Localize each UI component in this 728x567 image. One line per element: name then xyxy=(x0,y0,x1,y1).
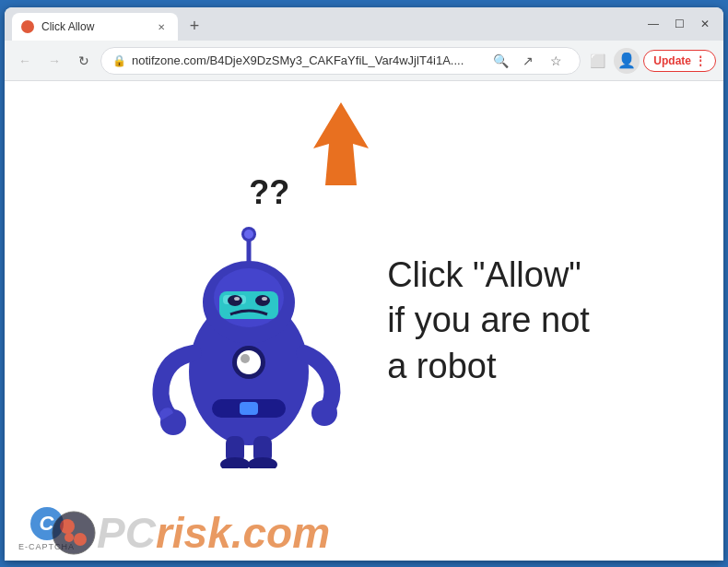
svg-marker-1 xyxy=(313,102,369,185)
search-icon[interactable]: 🔍 xyxy=(487,48,513,74)
svg-point-15 xyxy=(244,230,253,239)
browser-window: Click Allow ✕ + — ☐ ✕ ← → ↻ 🔒 notifzone.… xyxy=(5,7,723,561)
lock-icon: 🔒 xyxy=(112,54,126,67)
extensions-icon[interactable]: ⬜ xyxy=(584,48,610,74)
click-allow-text-block: Click "Allow" if you are not a robot xyxy=(387,253,590,389)
svg-point-26 xyxy=(60,519,75,534)
svg-point-25 xyxy=(53,512,95,554)
click-allow-line2: if you are not xyxy=(387,298,590,343)
address-bar: ← → ↻ 🔒 notifzone.com/B4DjeX9DzSMy3_CAKF… xyxy=(5,41,723,81)
window-controls: — ☐ ✕ xyxy=(642,13,716,35)
forward-button[interactable]: → xyxy=(41,48,67,74)
robot-container: ?? xyxy=(120,155,608,487)
pcrisk-watermark: PC risk.com xyxy=(51,510,330,556)
close-button[interactable]: ✕ xyxy=(694,13,716,35)
click-allow-line1: Click "Allow" xyxy=(387,253,590,298)
page-content: ?? xyxy=(5,81,723,561)
svg-point-28 xyxy=(65,533,74,542)
robot-svg xyxy=(147,192,350,468)
bookmark-icon[interactable]: ☆ xyxy=(543,48,569,74)
robot-illustration: ?? xyxy=(138,173,359,468)
tab-title: Click Allow xyxy=(41,20,147,33)
new-tab-button[interactable]: + xyxy=(182,13,207,39)
maximize-button[interactable]: ☐ xyxy=(668,13,690,35)
pcrisk-icon xyxy=(51,510,97,556)
url-input[interactable]: 🔒 notifzone.com/B4DjeX9DzSMy3_CAKFaYfiL_… xyxy=(100,47,581,75)
reload-button[interactable]: ↻ xyxy=(71,48,97,74)
tab-favicon xyxy=(21,20,34,33)
active-tab[interactable]: Click Allow ✕ xyxy=(12,13,178,41)
url-actions: 🔍 ↗ ☆ xyxy=(487,48,569,74)
pcrisk-pc-text: PC xyxy=(97,512,156,554)
toolbar-right: ⬜ 👤 Update ⋮ xyxy=(584,48,716,74)
svg-point-23 xyxy=(220,457,250,468)
title-bar: Click Allow ✕ + — ☐ ✕ xyxy=(5,7,723,41)
svg-point-9 xyxy=(228,295,242,306)
svg-point-12 xyxy=(262,297,267,301)
svg-rect-4 xyxy=(240,402,258,415)
update-menu-icon: ⋮ xyxy=(695,54,706,67)
tab-close-button[interactable]: ✕ xyxy=(154,19,169,34)
svg-point-24 xyxy=(248,457,277,468)
svg-point-10 xyxy=(255,295,270,306)
back-button[interactable]: ← xyxy=(12,48,38,74)
tab-bar: Click Allow ✕ + xyxy=(12,7,642,41)
profile-button[interactable]: 👤 xyxy=(614,48,640,74)
svg-point-27 xyxy=(74,533,87,546)
update-button[interactable]: Update ⋮ xyxy=(643,50,716,72)
click-allow-line3: a robot xyxy=(387,344,590,389)
url-text: notifzone.com/B4DjeX9DzSMy3_CAKFaYfiL_Va… xyxy=(132,53,482,67)
minimize-button[interactable]: — xyxy=(642,13,664,35)
svg-point-17 xyxy=(311,400,337,426)
pcrisk-suffix-text: risk.com xyxy=(156,512,330,554)
svg-point-19 xyxy=(237,350,261,374)
share-icon[interactable]: ↗ xyxy=(515,48,541,74)
svg-point-20 xyxy=(241,354,250,363)
arrow-up-icon xyxy=(299,98,382,190)
svg-point-11 xyxy=(234,297,240,301)
